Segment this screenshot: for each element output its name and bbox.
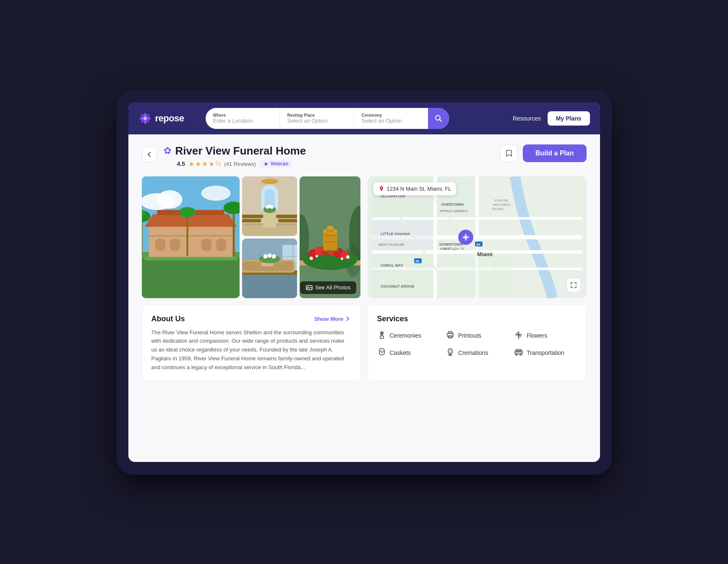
svg-rect-31 bbox=[232, 210, 235, 256]
svg-text:ISLAND: ISLAND bbox=[492, 207, 504, 211]
show-more-button[interactable]: Show More bbox=[314, 315, 351, 322]
back-icon bbox=[146, 151, 153, 158]
ceremony-field[interactable]: Ceremony Select an Option bbox=[354, 108, 428, 129]
svg-rect-23 bbox=[216, 239, 226, 251]
see-all-label: See All Photos bbox=[315, 284, 351, 291]
svg-point-79 bbox=[310, 257, 313, 260]
star-1: ★ bbox=[188, 160, 194, 168]
map-container[interactable]: W Flagler St ALLAPATTAH LITTLE HAVANA WE… bbox=[368, 176, 587, 298]
photo-urn[interactable]: See All Photos bbox=[300, 176, 361, 298]
reviews-count: (41 Reviews) bbox=[224, 161, 256, 167]
business-flower-icon: ✿ bbox=[164, 145, 171, 156]
building-svg bbox=[142, 176, 240, 298]
svg-rect-61 bbox=[261, 262, 274, 266]
svg-rect-20 bbox=[155, 239, 165, 251]
services-grid: Ceremonies Printout bbox=[377, 330, 577, 359]
photo-casket[interactable] bbox=[242, 239, 297, 298]
about-card: About Us Show More The River View Funera… bbox=[142, 305, 361, 382]
logo-area: repose bbox=[138, 112, 197, 125]
star-3: ★ bbox=[202, 160, 208, 168]
printouts-label: Printouts bbox=[458, 332, 481, 339]
svg-rect-36 bbox=[144, 257, 237, 260]
svg-line-11 bbox=[439, 119, 441, 121]
svg-rect-134 bbox=[449, 331, 452, 333]
star-2: ★ bbox=[195, 160, 201, 168]
urn-svg bbox=[300, 176, 361, 298]
svg-rect-88 bbox=[324, 235, 336, 236]
transportation-label: Transportation bbox=[527, 349, 564, 356]
service-ceremonies: Ceremonies bbox=[377, 330, 440, 341]
about-title: About Us bbox=[151, 315, 185, 323]
svg-point-82 bbox=[341, 257, 343, 260]
photo-gallery: See All Photos bbox=[142, 176, 361, 298]
svg-rect-43 bbox=[242, 215, 263, 218]
rating-number: 4.5 bbox=[177, 160, 185, 167]
show-more-label: Show More bbox=[314, 316, 343, 322]
transportation-icon bbox=[514, 347, 523, 359]
printouts-icon bbox=[446, 330, 455, 341]
resting-value: Select an Option bbox=[287, 118, 346, 124]
svg-rect-106 bbox=[437, 254, 513, 298]
svg-text:95: 95 bbox=[476, 243, 480, 247]
svg-point-129 bbox=[464, 236, 467, 239]
ceremonies-icon bbox=[377, 330, 386, 341]
svg-point-17 bbox=[201, 186, 230, 201]
svg-text:CORAL WAY: CORAL WAY bbox=[381, 263, 403, 268]
header-nav: Resources My Plans bbox=[513, 111, 590, 126]
star-4: ★ bbox=[209, 160, 214, 168]
search-bar: Where Enter a Location Resting Place Sel… bbox=[206, 108, 449, 129]
flowers-svg bbox=[514, 330, 523, 339]
svg-text:OVERTOWN: OVERTOWN bbox=[441, 202, 464, 207]
back-button[interactable] bbox=[142, 147, 157, 162]
svg-point-80 bbox=[316, 255, 318, 257]
service-transportation: Transportation bbox=[514, 347, 577, 359]
svg-rect-35 bbox=[142, 258, 240, 298]
search-button[interactable] bbox=[428, 108, 449, 129]
business-name: River View Funeral Home bbox=[175, 144, 306, 157]
photo-main[interactable] bbox=[142, 176, 240, 298]
where-value: Enter a Location bbox=[213, 118, 272, 124]
svg-text:SPRING GARDEN: SPRING GARDEN bbox=[439, 209, 467, 213]
see-all-overlay[interactable]: See All Photos bbox=[300, 281, 357, 294]
bookmark-button[interactable] bbox=[500, 144, 518, 162]
pin-icon bbox=[378, 186, 384, 191]
nav-my-plans-button[interactable]: My Plans bbox=[548, 111, 590, 126]
cremations-svg bbox=[446, 347, 455, 357]
cremations-label: Cremations bbox=[458, 349, 488, 356]
tablet-inner: repose Where Enter a Location Resting Pl… bbox=[128, 102, 600, 462]
expand-icon bbox=[570, 282, 577, 289]
main-content: ✿ River View Funeral Home 4.5 ★ ★ ★ ★ ½ … bbox=[128, 134, 600, 462]
tablet-frame: repose Where Enter a Location Resting Pl… bbox=[117, 90, 612, 475]
svg-text:Miami: Miami bbox=[477, 251, 493, 257]
svg-rect-131 bbox=[380, 336, 384, 338]
logo-icon bbox=[138, 112, 152, 125]
svg-rect-44 bbox=[276, 215, 297, 218]
flowers-icon bbox=[514, 330, 523, 341]
photo-chapel[interactable] bbox=[242, 176, 297, 236]
map-marker-inner bbox=[458, 230, 473, 245]
veteran-label: Veteran bbox=[270, 161, 288, 167]
about-text: The River View Funeral Home serves Shelt… bbox=[151, 328, 351, 372]
map-address-badge: 1234 N Main St, Miami, FL bbox=[373, 182, 457, 195]
map-expand-button[interactable] bbox=[566, 278, 581, 292]
casket-svg bbox=[242, 239, 297, 298]
nav-resources[interactable]: Resources bbox=[513, 115, 541, 122]
veteran-icon bbox=[264, 161, 269, 166]
transportation-svg bbox=[514, 347, 523, 357]
where-field[interactable]: Where Enter a Location bbox=[206, 108, 280, 129]
printouts-svg bbox=[446, 330, 455, 339]
svg-text:COCONUT GROVE: COCONUT GROVE bbox=[381, 284, 415, 289]
business-name-row: ✿ River View Funeral Home bbox=[164, 144, 493, 157]
svg-text:STAR-PA: STAR-PA bbox=[494, 199, 508, 202]
photos-map-grid: See All Photos bbox=[142, 176, 587, 298]
rating-row: 4.5 ★ ★ ★ ★ ½ (41 Reviews) bbox=[177, 160, 493, 168]
build-plan-button[interactable]: Build a Plan bbox=[523, 144, 587, 162]
svg-point-63 bbox=[263, 254, 267, 258]
gallery-col-right bbox=[242, 176, 297, 298]
svg-marker-12 bbox=[264, 162, 268, 166]
resting-field[interactable]: Resting Place Select an Option bbox=[280, 108, 354, 129]
about-header: About Us Show More bbox=[151, 315, 351, 323]
search-icon bbox=[434, 114, 443, 123]
bottom-grid: About Us Show More The River View Funera… bbox=[142, 305, 587, 382]
cremations-icon bbox=[446, 347, 455, 359]
